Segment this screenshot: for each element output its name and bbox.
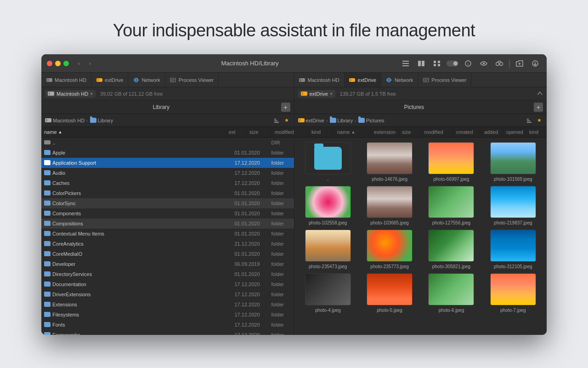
right-col-created-header[interactable]: created xyxy=(453,127,481,137)
image-cell-103665[interactable]: photo-103665.jpeg xyxy=(361,186,418,226)
right-panel-label: Pictures xyxy=(298,104,531,110)
left-bc-star-icon[interactable]: ★ xyxy=(283,117,290,124)
right-col-modified-header[interactable]: modified xyxy=(421,127,453,137)
eye-button[interactable] xyxy=(478,58,490,69)
left-col-kind-header[interactable]: kind xyxy=(309,127,334,137)
right-bc-item-ext[interactable]: extDrive xyxy=(298,118,324,123)
right-bc-item-library[interactable]: Library xyxy=(330,118,353,123)
file-row-compositions[interactable]: Compositions 01.01.2020 folder xyxy=(41,218,294,229)
binoculars-button[interactable] xyxy=(493,58,505,69)
file-row-contextual-menu-items[interactable]: Contextual Menu Items 01.01.2020 folder xyxy=(41,229,294,239)
caches-folder-icon xyxy=(44,180,51,185)
tab-left-extdrive[interactable]: extDrive xyxy=(91,73,128,87)
coremediaio-folder-icon xyxy=(44,251,51,256)
photo-305821-label: photo-305821.jpeg xyxy=(432,264,470,270)
photo-102558-thumb xyxy=(305,186,351,218)
tab-right-extdrive[interactable]: extDrive xyxy=(345,73,381,87)
left-add-panel-button[interactable]: + xyxy=(281,103,290,112)
image-cell-7[interactable]: photo-7.jpeg xyxy=(484,273,542,313)
right-drive-selector[interactable]: extDrive ▾ xyxy=(298,90,335,98)
left-bc-item-library[interactable]: Library xyxy=(90,118,113,123)
upload-button[interactable] xyxy=(529,58,541,69)
file-row-documentation[interactable]: Documentation 17.12.2020 folder xyxy=(41,279,294,289)
right-col-name-header[interactable]: name ▲ xyxy=(334,127,371,137)
right-bc-library-text: Library xyxy=(338,118,353,123)
image-cell-14676[interactable]: photo-14676.jpeg xyxy=(361,142,418,182)
image-cell-101569[interactable]: photo-101569.jpeg xyxy=(484,142,542,182)
image-cell-4[interactable]: photo-4.jpeg xyxy=(299,273,357,313)
image-cell-235473[interactable]: photo-235473.jpeg xyxy=(299,230,357,270)
right-col-opened-header[interactable]: opened xyxy=(503,127,526,137)
file-row-apple[interactable]: Apple 01.01.2020 folder xyxy=(41,148,294,158)
tab-right-process-viewer[interactable]: Process Viewer xyxy=(418,73,471,87)
new-folder-button[interactable] xyxy=(514,58,526,69)
file-row-colorpickers[interactable]: ColorPickers 01.01.2020 folder xyxy=(41,188,294,198)
file-row-driver-extensions[interactable]: DriverExtensions 17.12.2020 folder xyxy=(41,289,294,299)
right-col-added-header[interactable]: added xyxy=(481,127,503,137)
right-col-headers: name ▲ extension size modified created a… xyxy=(334,127,547,137)
left-col-name-header[interactable]: name ▲ xyxy=(41,127,226,137)
file-row-coremediaio[interactable]: CoreMediaIO 01.01.2020 folder xyxy=(41,249,294,259)
file-row-caches[interactable]: Caches 17.12.2020 folder xyxy=(41,178,294,188)
right-drive-bar: extDrive ▾ 139,27 GB of 1,5 TB free xyxy=(294,87,547,100)
image-cell-219837[interactable]: photo-219837.jpeg xyxy=(484,186,542,226)
file-row-coreanalytics[interactable]: CoreAnalytics 21.12.2020 folder xyxy=(41,239,294,249)
fonts-folder-icon xyxy=(44,322,51,327)
right-scroll-up[interactable] xyxy=(537,90,543,98)
image-cell-127556[interactable]: photo-127556.jpeg xyxy=(422,186,480,226)
cmi-folder-icon xyxy=(44,231,51,236)
file-row-directory-services[interactable]: DirectoryServices 01.01.2020 folder xyxy=(41,269,294,279)
tab-left-macintosh-hd[interactable]: Macintosh HD xyxy=(41,73,91,87)
view-list-button[interactable] xyxy=(400,58,412,69)
image-cell-235773[interactable]: photo-235773.jpeg xyxy=(361,230,418,270)
left-bc-sort-icon[interactable] xyxy=(273,117,280,124)
audio-folder-icon xyxy=(44,170,51,175)
hd-icon-right xyxy=(299,77,305,83)
tab-right-macintosh-hd[interactable]: Macintosh HD xyxy=(294,73,345,87)
image-cell-parent[interactable]: .. xyxy=(299,142,357,182)
right-col-size-header[interactable]: size xyxy=(399,127,421,137)
right-bc-sort-icon[interactable] xyxy=(526,117,533,124)
toggle-button[interactable] xyxy=(447,58,458,69)
left-col-size-header[interactable]: size xyxy=(247,127,272,137)
image-cell-102558[interactable]: photo-102558.jpeg xyxy=(299,186,357,226)
svg-rect-54 xyxy=(527,119,529,120)
minimize-button[interactable] xyxy=(55,61,61,66)
right-col-kind-header[interactable]: kind xyxy=(526,127,547,137)
tab-left-network[interactable]: Network xyxy=(128,73,165,87)
file-row-filesystems[interactable]: Filesystems 17.12.2020 folder xyxy=(41,310,294,320)
close-button[interactable] xyxy=(47,61,52,66)
right-col-ext-header[interactable]: extension xyxy=(371,127,399,137)
file-row-components[interactable]: Components 01.01.2020 folder xyxy=(41,208,294,218)
image-cell-5[interactable]: photo-5.jpeg xyxy=(361,273,418,313)
file-row-extensions[interactable]: Extensions 17.12.2020 folder xyxy=(41,299,294,310)
svg-rect-28 xyxy=(170,78,175,82)
file-row-audio[interactable]: Audio 17.12.2020 folder xyxy=(41,168,294,178)
tab-left-process-viewer[interactable]: Process Viewer xyxy=(165,73,219,87)
right-add-panel-button[interactable]: + xyxy=(534,103,543,112)
left-col-ext-header[interactable]: ext xyxy=(226,127,247,137)
file-row-fonts[interactable]: Fonts 17.12.2020 folder xyxy=(41,320,294,330)
back-button[interactable]: ‹ xyxy=(74,59,84,68)
left-drive-selector[interactable]: Macintosh HD ▾ xyxy=(45,90,96,98)
left-bc-hd-text: Macintosh HD xyxy=(53,118,85,123)
image-cell-305821[interactable]: photo-305821.jpeg xyxy=(422,230,480,270)
left-bc-item-hd[interactable]: Macintosh HD xyxy=(45,118,85,123)
forward-button[interactable]: › xyxy=(85,59,95,68)
zoom-button[interactable] xyxy=(63,61,69,66)
right-bc-item-pictures[interactable]: Pictures xyxy=(358,118,384,123)
file-row-colorsync[interactable]: ColorSync 01.01.2020 folder xyxy=(41,198,294,208)
left-col-modified-header[interactable]: modified xyxy=(272,127,309,137)
view-columns-button[interactable] xyxy=(415,58,427,69)
file-row-parent[interactable]: .. DIR xyxy=(41,138,294,148)
image-cell-66997[interactable]: photo-66997.jpeg xyxy=(422,142,480,182)
right-bc-star-icon[interactable]: ★ xyxy=(536,117,543,124)
tab-right-network[interactable]: Network xyxy=(381,73,418,87)
view-icons-button[interactable] xyxy=(431,58,443,69)
file-row-developer[interactable]: Developer 06.09.2019 folder xyxy=(41,259,294,269)
image-cell-312105[interactable]: photo-312105.jpeg xyxy=(484,230,542,270)
file-row-frameworks[interactable]: Frameworks 17.12.2020 folder xyxy=(41,330,294,335)
file-row-application-support[interactable]: Application Support 17.12.2020 folder xyxy=(41,158,294,168)
info-button[interactable]: i xyxy=(462,58,474,69)
image-cell-6[interactable]: photo-6.jpeg xyxy=(422,273,480,313)
